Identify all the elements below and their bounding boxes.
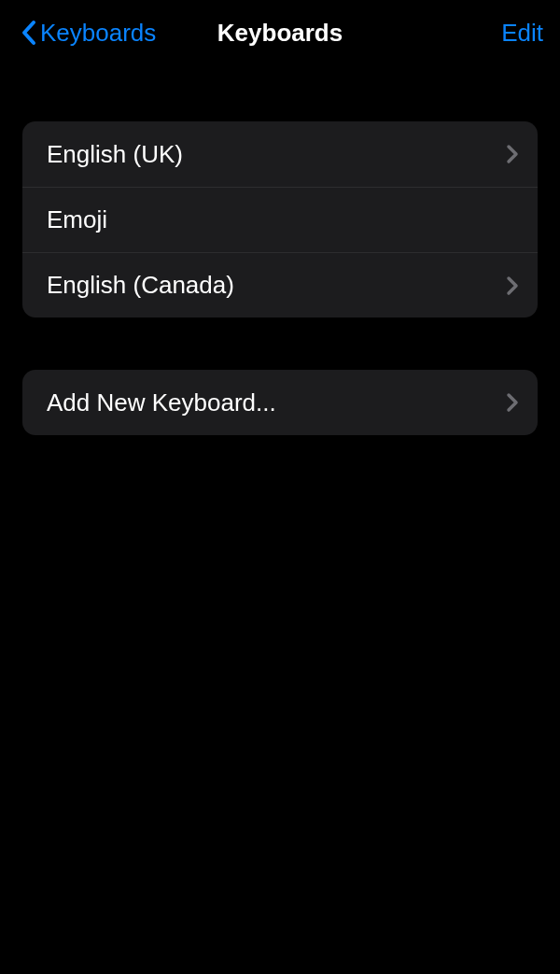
chevron-right-icon (506, 392, 519, 413)
back-button[interactable]: Keyboards (9, 19, 156, 48)
keyboard-row-label: Emoji (47, 205, 107, 234)
navigation-bar: Keyboards Keyboards Edit (0, 0, 560, 65)
add-keyboard-label: Add New Keyboard... (47, 388, 276, 417)
edit-button[interactable]: Edit (501, 19, 543, 48)
add-keyboard-button[interactable]: Add New Keyboard... (22, 370, 538, 435)
keyboard-row-emoji[interactable]: Emoji (22, 187, 538, 252)
keyboard-list-group: English (UK) Emoji English (Canada) (22, 121, 538, 318)
keyboard-row-label: English (Canada) (47, 271, 234, 300)
chevron-right-icon (506, 275, 519, 296)
back-label: Keyboards (40, 19, 156, 48)
keyboard-row-english-canada[interactable]: English (Canada) (22, 252, 538, 318)
add-keyboard-group: Add New Keyboard... (22, 370, 538, 435)
chevron-right-icon (506, 144, 519, 164)
content-area: English (UK) Emoji English (Canada) Add … (0, 65, 560, 435)
keyboard-row-label: English (UK) (47, 140, 183, 169)
keyboard-row-english-uk[interactable]: English (UK) (22, 121, 538, 187)
chevron-left-icon (21, 20, 40, 46)
